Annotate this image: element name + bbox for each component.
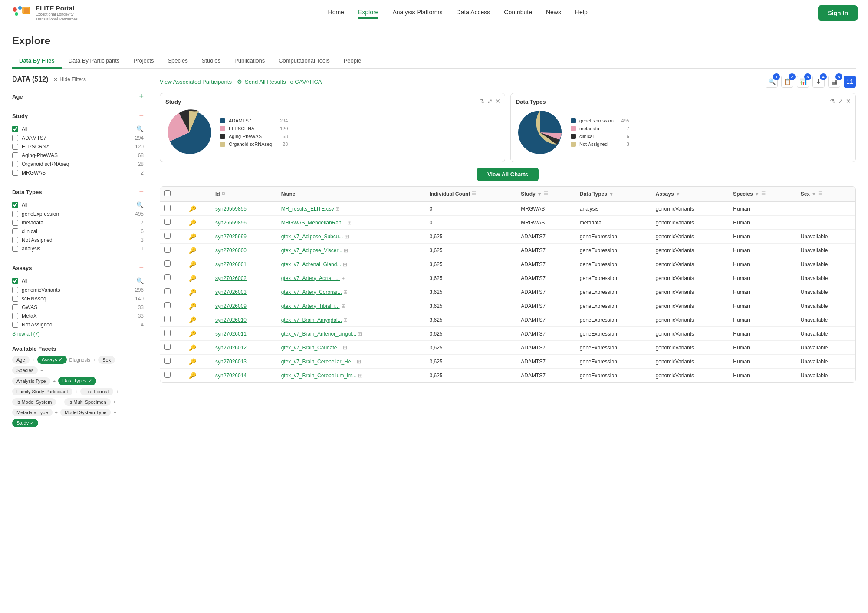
individual-count-filter-icon[interactable]: ☰ — [472, 191, 476, 197]
data-types-filter-icon[interactable]: ▼ — [609, 191, 614, 197]
row-name-link-1[interactable]: MRGWAS_MendelianRan... — [281, 220, 346, 226]
row-name-link-3[interactable]: gtex_v7_Adipose_Viscer... — [281, 247, 342, 254]
expand-icon-9[interactable]: ⊞ — [358, 331, 362, 337]
tab-species[interactable]: Species — [161, 54, 194, 69]
expand-icon-12[interactable]: ⊞ — [358, 372, 362, 379]
row-name-link-5[interactable]: gtex_v7_Artery_Aorta_i... — [281, 275, 340, 281]
facet-species[interactable]: Species — [12, 366, 38, 374]
filter-checkbox-mrgwas[interactable] — [12, 170, 18, 176]
filter-checkbox-geneexpression[interactable] — [12, 211, 18, 217]
row-name-link-12[interactable]: gtex_v7_Brain_Cerebellum_im... — [281, 372, 357, 379]
copy-col-icon[interactable]: ⧉ — [222, 191, 225, 197]
row-checkbox-11[interactable] — [164, 358, 171, 364]
filter-header-datatypes[interactable]: Data Types − — [12, 184, 144, 200]
row-checkbox-0[interactable] — [164, 205, 171, 211]
species-sort-icon[interactable]: ☰ — [761, 191, 766, 197]
cavatica-link[interactable]: ⚙ Send All Results To CAVATICA — [237, 79, 322, 85]
facet-assays[interactable]: Assays ✓ — [37, 356, 67, 364]
sign-in-button[interactable]: Sign In — [818, 5, 858, 21]
facet-study[interactable]: Study ✓ — [12, 419, 38, 427]
expand-icon-4[interactable]: ⊞ — [343, 261, 347, 267]
row-checkbox-10[interactable] — [164, 344, 171, 350]
row-checkbox-9[interactable] — [164, 330, 171, 336]
search-icon-assays[interactable]: 🔍 — [136, 277, 144, 284]
row-id-link-2[interactable]: syn27025999 — [215, 234, 247, 240]
nav-analysis-platforms[interactable]: Analysis Platforms — [392, 7, 442, 19]
filter-header-study[interactable]: Study − — [12, 108, 144, 124]
filter-header-age[interactable]: Age + — [12, 89, 144, 105]
row-id-link-7[interactable]: syn27026009 — [215, 303, 247, 309]
facet-metadata-type[interactable]: Metadata Type — [12, 409, 53, 416]
filter-checkbox-organoid[interactable] — [12, 161, 18, 167]
expand-icon-8[interactable]: ⊞ — [343, 317, 348, 323]
filter-checkbox-metadata[interactable] — [12, 220, 18, 226]
expand-icon-11[interactable]: ⊞ — [357, 359, 361, 365]
expand-icon-2[interactable]: ⊞ — [345, 234, 349, 240]
row-id-link-3[interactable]: syn27026000 — [215, 247, 247, 254]
nav-data-access[interactable]: Data Access — [457, 7, 490, 19]
filter-checkbox-elpscrna[interactable] — [12, 144, 18, 150]
row-checkbox-12[interactable] — [164, 372, 171, 378]
expand-icon-7[interactable]: ⊞ — [341, 303, 345, 309]
expand-icon-0[interactable]: ⊞ — [335, 206, 340, 212]
nav-home[interactable]: Home — [328, 7, 344, 19]
filter-checkbox-clinical[interactable] — [12, 228, 18, 234]
row-id-link-1[interactable]: syn26559856 — [215, 220, 247, 226]
row-name-link-8[interactable]: gtex_v7_Brain_Amygdal... — [281, 317, 342, 323]
nav-contribute[interactable]: Contribute — [504, 7, 532, 19]
select-all-checkbox[interactable] — [164, 190, 171, 196]
facet-is-multi-specimen[interactable]: Is Multi Specimen — [64, 398, 111, 406]
row-checkbox-7[interactable] — [164, 302, 171, 308]
show-all-assays[interactable]: Show all (7) — [12, 331, 144, 337]
filter-header-assays[interactable]: Assays − — [12, 260, 144, 276]
nav-explore[interactable]: Explore — [358, 7, 378, 19]
row-checkbox-8[interactable] — [164, 316, 171, 322]
study-chart-close[interactable]: ✕ — [495, 98, 500, 105]
species-filter-icon[interactable]: ▼ — [755, 191, 760, 197]
filter-checkbox-datatypes-all[interactable] — [12, 202, 18, 208]
filter-checkbox-assays-all[interactable] — [12, 278, 18, 284]
row-name-link-11[interactable]: gtex_v7_Brain_Cerebellar_He... — [281, 359, 355, 365]
nav-news[interactable]: News — [546, 7, 561, 19]
tab-people[interactable]: People — [337, 54, 368, 69]
row-name-link-4[interactable]: gtex_v7_Adrenal_Gland... — [281, 261, 342, 267]
download-icon-btn[interactable]: ⬇ 4 — [812, 76, 825, 88]
row-checkbox-4[interactable] — [164, 260, 171, 267]
sex-sort-icon[interactable]: ☰ — [818, 191, 822, 197]
row-name-link-7[interactable]: gtex_v7_Artery_Tibial_i... — [281, 303, 340, 309]
nav-help[interactable]: Help — [575, 7, 588, 19]
facet-file-format[interactable]: File Format — [80, 388, 113, 395]
filter-expand-age[interactable]: + — [139, 92, 144, 101]
filter-checkbox-not-assigned-assay[interactable] — [12, 322, 18, 328]
row-checkbox-1[interactable] — [164, 219, 171, 225]
facet-data-types[interactable]: Data Types ✓ — [58, 377, 96, 385]
assays-filter-icon[interactable]: ▼ — [676, 191, 681, 197]
tab-data-by-files[interactable]: Data By Files — [12, 54, 62, 69]
row-checkbox-6[interactable] — [164, 288, 171, 294]
row-id-link-8[interactable]: syn27026010 — [215, 317, 247, 323]
expand-icon-6[interactable]: ⊞ — [343, 289, 348, 295]
tab-projects[interactable]: Projects — [126, 54, 161, 69]
view-all-charts-button[interactable]: View All Charts — [477, 168, 539, 181]
row-id-link-12[interactable]: syn27026014 — [215, 372, 247, 379]
row-id-link-6[interactable]: syn27026003 — [215, 289, 247, 295]
associated-participants-link[interactable]: View Associated Participants — [160, 79, 232, 85]
row-name-link-6[interactable]: gtex_v7_Artery_Coronar... — [281, 289, 342, 295]
datatypes-chart-expand[interactable]: ⤢ — [838, 98, 843, 105]
filter-collapse-assays[interactable]: − — [139, 264, 144, 273]
row-name-link-2[interactable]: gtex_v7_Adipose_Subcu... — [281, 234, 343, 240]
filter-checkbox-metax[interactable] — [12, 313, 18, 319]
hide-filters-button[interactable]: ✕ Hide Filters — [53, 76, 86, 82]
chart-icon-btn[interactable]: 📊 3 — [797, 76, 809, 88]
filter-checkbox-genomicvariants[interactable] — [12, 287, 18, 293]
tab-publications[interactable]: Publications — [227, 54, 272, 69]
columns-icon-btn[interactable]: ▦ 5 — [828, 76, 840, 88]
study-filter-icon[interactable]: ▼ — [537, 191, 542, 197]
row-checkbox-5[interactable] — [164, 274, 171, 280]
filter-checkbox-scrnaseq[interactable] — [12, 296, 18, 302]
row-name-link-0[interactable]: MR_results_ELITE.csv — [281, 206, 334, 212]
row-name-link-10[interactable]: gtex_v7_Brain_Caudate... — [281, 345, 342, 351]
facet-is-model-system[interactable]: Is Model System — [12, 398, 56, 406]
filter-collapse-datatypes[interactable]: − — [139, 188, 144, 197]
row-id-link-0[interactable]: syn26559855 — [215, 206, 247, 212]
